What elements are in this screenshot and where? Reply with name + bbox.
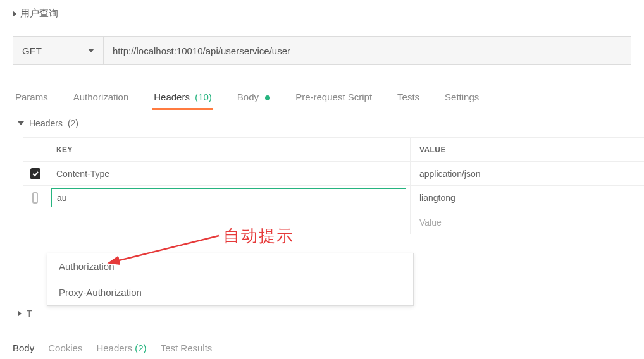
tab-settings[interactable]: Settings xyxy=(445,87,479,109)
response-tab-test-results[interactable]: Test Results xyxy=(161,343,213,353)
tab-tests[interactable]: Tests xyxy=(397,87,419,109)
checkbox-header-cell xyxy=(23,138,47,161)
headers-table: KEY VALUE Content-Type application/json … xyxy=(23,137,644,234)
subheader-count: (2) xyxy=(68,118,78,128)
tab-headers-label: Headers xyxy=(154,92,190,102)
row-checkbox-cell xyxy=(23,162,47,185)
table-row: Value xyxy=(23,210,644,234)
col-key: KEY xyxy=(47,138,411,161)
response-tabs: Body Cookies Headers (2) Test Results xyxy=(0,329,225,358)
row-key[interactable]: Content-Type xyxy=(47,162,411,185)
row-value[interactable]: liangtong xyxy=(411,186,644,210)
collapsed-section[interactable]: T xyxy=(0,297,50,319)
row-value-placeholder[interactable]: Value xyxy=(411,210,644,234)
row-checkbox-cell xyxy=(23,210,47,234)
tab-prerequest[interactable]: Pre-request Script xyxy=(295,87,372,109)
row-checkbox[interactable] xyxy=(32,192,38,204)
autocomplete-item[interactable]: Authorization xyxy=(47,253,413,279)
tab-body[interactable]: Body xyxy=(237,87,270,109)
tab-authorization[interactable]: Authorization xyxy=(73,87,129,109)
autocomplete-item[interactable]: Proxy-Authorization xyxy=(47,279,413,305)
row-checkbox[interactable] xyxy=(30,168,40,180)
annotation-arrow-icon xyxy=(111,232,225,270)
response-tab-headers-count: (2) xyxy=(135,343,146,353)
request-tabs: Params Authorization Headers (10) Body P… xyxy=(0,87,644,109)
headers-subheader[interactable]: Headers (2) xyxy=(0,109,644,132)
subheader-label: Headers xyxy=(29,118,63,128)
response-tab-headers-label: Headers xyxy=(96,343,132,353)
tab-body-label: Body xyxy=(237,92,259,102)
tab-params[interactable]: Params xyxy=(15,87,48,109)
row-value[interactable]: application/json xyxy=(411,162,644,185)
method-select[interactable]: GET xyxy=(13,36,104,65)
caret-down-icon xyxy=(18,121,24,125)
caret-right-icon xyxy=(18,310,22,317)
svg-line-0 xyxy=(116,236,219,261)
tab-headers-count: (10) xyxy=(195,92,212,102)
request-row: GET http://localhost:10010/api/userservi… xyxy=(13,36,631,65)
caret-right-icon xyxy=(13,11,16,17)
dot-indicator-icon xyxy=(265,95,270,100)
url-input[interactable]: http://localhost:10010/api/userservice/u… xyxy=(104,36,631,65)
section-user-query[interactable]: 用户查询 xyxy=(0,0,644,27)
check-icon xyxy=(32,170,39,178)
row-checkbox-cell xyxy=(23,186,47,210)
url-value: http://localhost:10010/api/userservice/u… xyxy=(113,46,290,56)
response-tab-body[interactable]: Body xyxy=(13,343,34,353)
autocomplete-dropdown: Authorization Proxy-Authorization xyxy=(47,253,414,306)
tab-headers[interactable]: Headers (10) xyxy=(154,87,212,109)
table-header-row: KEY VALUE xyxy=(23,138,644,162)
table-row: liangtong xyxy=(23,186,644,210)
response-tab-headers[interactable]: Headers (2) xyxy=(96,343,146,353)
annotation-text: 自动提示 xyxy=(223,225,294,247)
method-value: GET xyxy=(22,46,42,56)
col-value: VALUE xyxy=(411,138,644,161)
header-key-input[interactable] xyxy=(51,188,406,207)
response-tab-cookies[interactable]: Cookies xyxy=(48,343,82,353)
chevron-down-icon xyxy=(88,49,94,52)
row-key-editing xyxy=(47,186,411,210)
table-row: Content-Type application/json xyxy=(23,162,644,186)
section-title: 用户查询 xyxy=(20,8,58,20)
collapsed-section-label: T xyxy=(27,308,32,319)
